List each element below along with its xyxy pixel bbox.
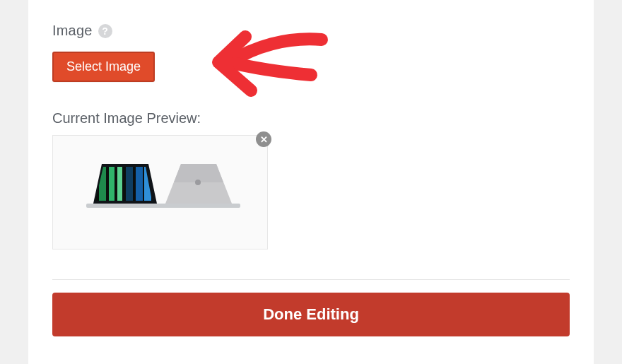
svg-rect-6 [109,164,115,204]
close-icon: ✕ [260,135,268,144]
image-edit-panel: Image ? Select Image Current Image Previ… [28,0,594,364]
image-field-label: Image [52,23,93,39]
select-image-button[interactable]: Select Image [52,52,155,82]
svg-rect-9 [136,164,143,204]
product-image [72,154,249,230]
svg-rect-7 [117,164,122,204]
svg-rect-15 [163,204,240,208]
svg-marker-13 [174,164,223,182]
help-icon[interactable]: ? [98,24,112,38]
image-field-header: Image ? [52,23,570,39]
svg-rect-8 [126,164,133,204]
divider [52,279,570,280]
remove-image-button[interactable]: ✕ [256,131,271,147]
svg-rect-11 [86,204,171,208]
preview-label: Current Image Preview: [52,110,570,127]
svg-point-14 [195,180,201,185]
image-preview: ✕ [52,135,268,249]
attention-arrow-icon [201,28,329,106]
done-editing-button[interactable]: Done Editing [52,293,570,336]
